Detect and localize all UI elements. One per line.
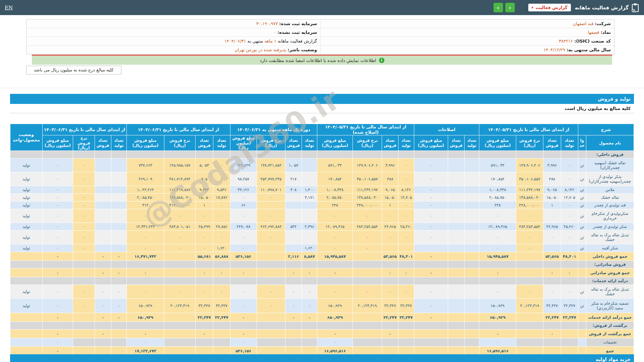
table-cell: ۰: [42, 299, 73, 313]
section-label-cell: فروش داخلي:: [586, 151, 634, 159]
table-cell: ۰: [164, 285, 195, 299]
unit-cell: تن: [578, 172, 586, 186]
table-cell: ۰: [42, 223, 73, 231]
report-period-cell: گزارش فعالیت ماهانه ۱ ماهه منتهی به ۱۴۰۴…: [26, 37, 320, 45]
table-cell: ۰: [73, 209, 95, 223]
table-cell: ۰: [257, 231, 285, 244]
table-cell: [285, 244, 302, 252]
table-cell: ۲۴,۹۶۵: [543, 223, 561, 231]
table-cell: [257, 347, 285, 355]
table-cell: ۳۰۸: [285, 186, 302, 194]
table-cell: ۰: [230, 329, 257, 338]
table-cell: [111, 261, 127, 268]
table-cell: [464, 223, 479, 231]
table-cell: [257, 201, 285, 209]
table-cell: [578, 277, 586, 285]
table-cell: [95, 322, 111, 329]
column-header-sale-amount: مبلغ فروش (میلیون ریال): [479, 135, 516, 151]
product-status-cell: تولید: [10, 201, 43, 209]
table-cell: [111, 209, 127, 223]
table-cell: [414, 329, 448, 338]
chevron-right-icon: ›: [497, 4, 499, 11]
table-cell: ۴۸,۳۰۱: [398, 252, 414, 261]
table-cell: ۳۱۴,۰۰۰,۰۰۰: [164, 201, 195, 209]
prev-report-button[interactable]: ‹: [505, 3, 515, 12]
table-cell: [164, 277, 195, 285]
table-cell: [543, 338, 561, 347]
column-header-prod-qty: تعداد تولید: [464, 135, 479, 151]
table-cell: [353, 268, 382, 277]
table-cell: ۱۱۱,۲۱۹,۸۸۷: [164, 186, 195, 194]
table-cell: ۵۲۶,۱۵۶: [230, 347, 257, 355]
table-cell: [164, 338, 195, 347]
table-cell: ۳۴,۱۲۶: [230, 186, 257, 194]
table-cell: ۲,۱۱۶: [285, 252, 302, 261]
table-cell: [230, 261, 257, 268]
table-cell: [73, 313, 95, 322]
next-report-button[interactable]: ›: [493, 3, 503, 12]
table-cell: [127, 151, 164, 159]
table-cell: ۲,۳۹۶: [302, 223, 317, 231]
info-label: منتهی به: [248, 39, 263, 44]
product-name-cell: تخفیفات: [586, 338, 634, 347]
table-cell: ۵,۰۵۳: [196, 159, 213, 172]
table-cell: ۰: [95, 285, 111, 299]
table-cell: [230, 322, 257, 329]
table-cell: ۰: [95, 313, 111, 322]
table-cell: [111, 159, 127, 172]
english-language-link[interactable]: EN: [5, 5, 13, 11]
table-cell: [448, 194, 465, 201]
table-cell: [561, 151, 578, 159]
table-cell: [285, 151, 302, 159]
table-cell: ۴۵۲,۷۹۷,۲۳۵: [257, 172, 285, 186]
column-header-sale-amount: مبلغ فروش (میلیون ریال): [414, 135, 448, 151]
table-cell: [543, 277, 561, 285]
product-name-cell: تصفیه شکرخام به شکر سفید (کارمزدي): [586, 299, 634, 313]
table-cell: ۰: [230, 299, 257, 313]
table-cell: ۳۲,۳۴۷: [543, 313, 561, 322]
table-cell: [448, 347, 465, 355]
table-cell: [257, 277, 285, 285]
table-cell: [164, 252, 195, 261]
table-cell: ۰: [414, 313, 448, 322]
column-header-sale-amount: مبلغ فروش (میلیون ریال): [230, 135, 257, 151]
table-cell: [111, 186, 127, 194]
product-name-cell: تفاله خشک: [586, 194, 634, 201]
table-row: جمع۱۶,۵۹۶,۵۱۶۱۶,۵۹۶,۵۱۶۵۲۶,۱۵۶۱۷,۱۲۲,۶۷۲…: [10, 347, 634, 355]
info-label: وضعیت ناشر:: [288, 47, 317, 52]
table-cell: [464, 261, 479, 268]
group-header-adjustments: اصلاحات: [414, 124, 479, 135]
table-cell: ۰: [543, 285, 561, 299]
table-cell: ۱۵,۰۵۰: [196, 194, 213, 201]
report-type-label: گزارش فعالیت: [536, 5, 568, 10]
table-cell: ۰: [398, 159, 414, 172]
column-header-sale-qty: تعداد فروش: [95, 135, 111, 151]
table-cell: [302, 261, 317, 268]
table-cell: ۰: [302, 268, 317, 277]
info-row: نماد: قصفها سرمایه ثبت نشده: ۰: [26, 28, 614, 37]
unit-cell: تن: [578, 159, 586, 172]
table-cell: ۰: [196, 244, 213, 252]
report-type-dropdown[interactable]: گزارش فعالیت ▾: [528, 4, 571, 11]
table-cell: [448, 261, 465, 268]
table-cell: ۰: [230, 244, 257, 252]
table-cell: [353, 329, 382, 338]
table-cell: ۳۲,۳۴۷: [213, 313, 230, 322]
table-cell: [317, 277, 353, 285]
info-label: سال مالی منتهی به:: [567, 47, 611, 52]
table-cell: [398, 244, 414, 252]
table-cell: [353, 261, 382, 268]
table-cell: ۲۴,۹۶۵: [382, 223, 398, 231]
table-cell: [414, 261, 448, 268]
product-status-cell: تولید: [10, 159, 43, 172]
column-header-sale-amount: مبلغ فروش (میلیون ریال): [317, 135, 353, 151]
table-row: درآمد ارائه خدمات:: [10, 277, 634, 285]
table-cell: [448, 322, 465, 329]
table-cell: [414, 322, 448, 329]
table-row: تفاله خشک (سهمیه چغندرکاران)تن۰۳,۹۹۶۱۴۷,…: [10, 159, 634, 172]
production-table-body: فروش داخلي:تفاله خشک (سهمیه چغندرکاران)ت…: [10, 151, 634, 355]
ticker-cell: نماد: قصفها: [320, 28, 614, 37]
product-status-cell: [10, 338, 43, 347]
table-cell: [164, 329, 195, 338]
table-cell: ۰: [414, 223, 448, 231]
